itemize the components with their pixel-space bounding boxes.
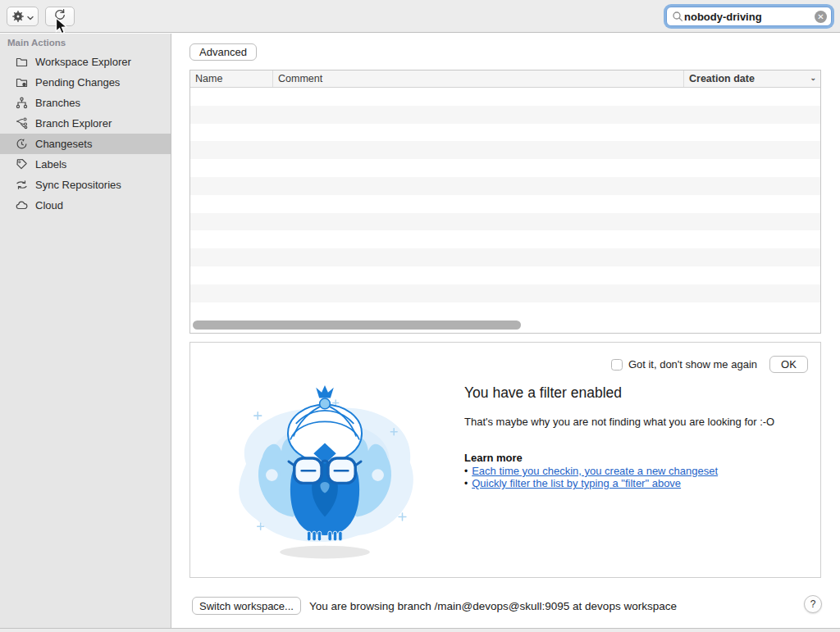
branches-icon bbox=[15, 97, 28, 110]
branch-status-text: You are browsing branch /main@devops@sku… bbox=[309, 600, 677, 612]
column-header-creation-date[interactable]: Creation date ⌄ bbox=[684, 70, 820, 87]
dismiss-label: Got it, don't show me again bbox=[628, 358, 757, 371]
refresh-button[interactable] bbox=[45, 7, 75, 26]
refresh-icon bbox=[53, 8, 66, 25]
cloud-icon bbox=[15, 199, 28, 212]
toolbar: ✕ bbox=[0, 0, 840, 33]
sidebar-item-workspace-explorer[interactable]: Workspace Explorer bbox=[0, 52, 171, 72]
dismiss-row: Got it, don't show me again bbox=[611, 358, 757, 371]
sidebar-item-labels[interactable]: Labels bbox=[0, 154, 171, 175]
meditating-owl-illustration bbox=[210, 382, 440, 578]
search-field[interactable]: ✕ bbox=[666, 7, 832, 26]
changesets-icon bbox=[15, 138, 28, 151]
horizontal-scrollbar[interactable] bbox=[193, 321, 521, 330]
sidebar-item-changesets[interactable]: Changesets bbox=[0, 134, 171, 154]
sidebar-item-sync-repositories[interactable]: Sync Repositories bbox=[0, 175, 171, 195]
chevron-down-icon bbox=[27, 9, 34, 24]
sidebar-item-label: Labels bbox=[35, 158, 66, 171]
sidebar-item-label: Sync Repositories bbox=[35, 179, 121, 191]
filter-notice-panel: Got it, don't show me again OK You have … bbox=[189, 342, 821, 578]
sidebar: Main Actions Workspace Explorer Pending … bbox=[0, 34, 171, 628]
column-header-comment[interactable]: Comment bbox=[273, 70, 684, 87]
sidebar-item-label: Branches bbox=[35, 97, 80, 109]
sidebar-item-label: Cloud bbox=[35, 199, 63, 211]
search-icon bbox=[671, 10, 684, 23]
sync-icon bbox=[15, 179, 28, 192]
table-header: Name Comment Creation date ⌄ bbox=[190, 70, 820, 88]
learn-more-item: • Quickly filter the list by typing a "f… bbox=[464, 477, 681, 489]
window-bottom-edge bbox=[0, 628, 840, 632]
search-input[interactable] bbox=[684, 11, 815, 23]
sidebar-item-branches[interactable]: Branches bbox=[0, 93, 171, 113]
settings-menu-button[interactable] bbox=[7, 7, 39, 26]
sidebar-item-branch-explorer[interactable]: Branch Explorer bbox=[0, 113, 171, 134]
learn-more-item: • Each time you checkin, you create a ne… bbox=[464, 465, 718, 477]
dismiss-checkbox[interactable] bbox=[611, 359, 623, 371]
folder-pending-icon bbox=[15, 76, 28, 89]
switch-workspace-button[interactable]: Switch workspace... bbox=[192, 597, 301, 615]
notice-title: You have a filter enabled bbox=[464, 384, 622, 402]
link-filter-list[interactable]: Quickly filter the list by typing a "fil… bbox=[472, 477, 681, 489]
sidebar-section-header: Main Actions bbox=[0, 34, 171, 52]
column-header-name[interactable]: Name bbox=[190, 70, 273, 87]
folder-icon bbox=[15, 56, 28, 69]
bullet: • bbox=[464, 466, 468, 477]
learn-more-heading: Learn more bbox=[464, 452, 523, 464]
sidebar-item-cloud[interactable]: Cloud bbox=[0, 195, 171, 216]
link-checkin-changeset[interactable]: Each time you checkin, you create a new … bbox=[472, 465, 718, 477]
label-tag-icon bbox=[15, 158, 28, 171]
bullet: • bbox=[464, 478, 468, 489]
branch-explorer-icon bbox=[15, 117, 28, 130]
column-header-label: Creation date bbox=[689, 73, 755, 84]
sidebar-item-pending-changes[interactable]: Pending Changes bbox=[0, 72, 171, 93]
notice-subtitle: That's maybe why you are not finding wha… bbox=[464, 416, 774, 428]
sort-indicator-icon: ⌄ bbox=[810, 74, 816, 82]
changesets-table: Name Comment Creation date ⌄ bbox=[189, 70, 821, 334]
advanced-button[interactable]: Advanced bbox=[189, 43, 257, 61]
sidebar-item-label: Workspace Explorer bbox=[35, 56, 131, 68]
clear-icon[interactable]: ✕ bbox=[815, 11, 827, 23]
sidebar-item-label: Branch Explorer bbox=[35, 117, 112, 130]
gear-icon bbox=[11, 10, 25, 23]
sidebar-item-label: Pending Changes bbox=[35, 76, 120, 89]
ok-button[interactable]: OK bbox=[769, 356, 808, 373]
help-button[interactable]: ? bbox=[804, 595, 822, 613]
table-body-empty bbox=[190, 88, 820, 316]
app-window: ✕ Main Actions Workspace Explorer Pendin… bbox=[0, 0, 840, 632]
sidebar-item-label: Changesets bbox=[35, 138, 92, 150]
